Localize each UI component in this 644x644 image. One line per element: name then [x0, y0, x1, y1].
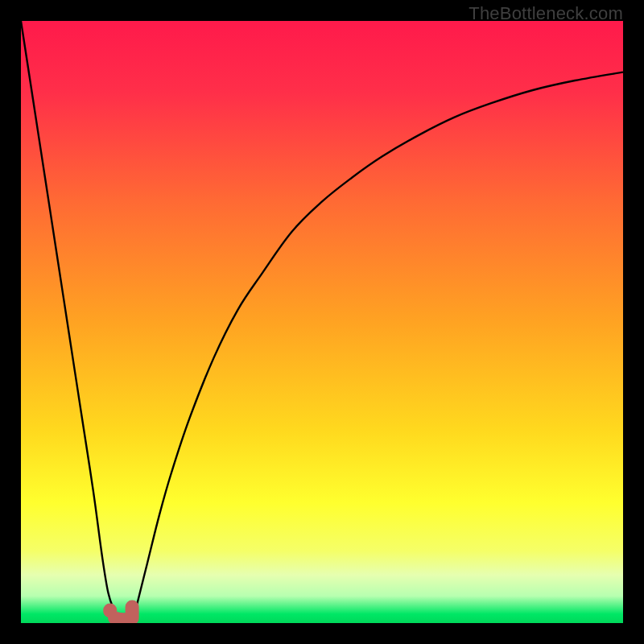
- chart-stage: TheBottleneck.com: [0, 0, 644, 644]
- gradient-background: [21, 21, 623, 623]
- bottleneck-curve-chart: [21, 21, 623, 623]
- plot-area: [21, 21, 623, 623]
